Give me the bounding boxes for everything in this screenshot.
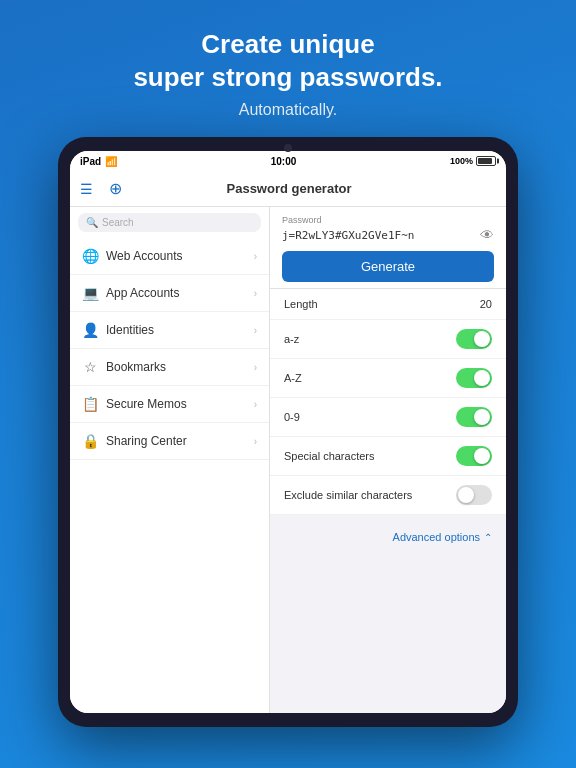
advanced-options-label[interactable]: Advanced options [393,531,480,543]
hero-subtitle: Automatically. [133,101,442,119]
hamburger-icon[interactable]: ☰ [80,181,93,197]
password-text: j=R2wLY3#GXu2GVe1F~n [282,229,414,242]
special-toggle[interactable] [456,446,492,466]
special-label: Special characters [284,450,375,462]
uppercase-toggle[interactable] [456,368,492,388]
web-accounts-icon: 🌐 [82,248,98,264]
exclude-similar-label: Exclude similar characters [284,489,412,501]
status-bar: iPad 📶 10:00 100% [70,151,506,171]
search-placeholder: Search [102,217,253,228]
hero-title: Create uniquesuper strong passwords. [133,28,442,93]
options-area: Length 20 a-z A-Z [270,289,506,713]
secure-memos-icon: 📋 [82,396,98,412]
option-exclude-similar: Exclude similar characters [270,476,506,515]
advanced-options-row[interactable]: Advanced options ⌃ [270,523,506,551]
search-bar[interactable]: 🔍 Search [78,213,261,232]
eye-icon[interactable]: 👁 [480,227,494,243]
nav-title: Password generator [122,181,456,196]
sidebar-item-secure-memos[interactable]: 📋 Secure Memos › [70,386,269,423]
sidebar-item-bookmarks[interactable]: ☆ Bookmarks › [70,349,269,386]
chevron-right-icon: › [254,288,257,299]
sidebar-item-label: App Accounts [106,286,246,300]
identities-icon: 👤 [82,322,98,338]
tablet-frame: iPad 📶 10:00 100% ☰ ⊕ Password generator [58,137,518,727]
digits-toggle[interactable] [456,407,492,427]
sidebar-item-label: Web Accounts [106,249,246,263]
status-right: 100% [450,156,496,166]
digits-label: 0-9 [284,411,300,423]
exclude-similar-toggle[interactable] [456,485,492,505]
main-content: 🔍 Search 🌐 Web Accounts › 💻 App Accounts… [70,207,506,713]
search-icon: 🔍 [86,217,98,228]
toggle-knob [458,487,474,503]
hero-section: Create uniquesuper strong passwords. Aut… [113,0,462,137]
generate-button[interactable]: Generate [282,251,494,282]
length-value: 20 [480,298,492,310]
sidebar-items: 🌐 Web Accounts › 💻 App Accounts › 👤 Iden… [70,238,269,713]
battery-percentage: 100% [450,156,473,166]
nav-left: ☰ ⊕ [80,179,122,198]
lowercase-label: a-z [284,333,299,345]
chevron-right-icon: › [254,251,257,262]
option-special: Special characters [270,437,506,476]
option-uppercase: A-Z [270,359,506,398]
sidebar-item-identities[interactable]: 👤 Identities › [70,312,269,349]
battery-icon [476,156,496,166]
sharing-center-icon: 🔒 [82,433,98,449]
lowercase-toggle[interactable] [456,329,492,349]
add-icon[interactable]: ⊕ [109,179,122,198]
section-gap [270,515,506,523]
toggle-knob [474,409,490,425]
option-digits: 0-9 [270,398,506,437]
tablet-camera [284,144,292,152]
password-field-value: j=R2wLY3#GXu2GVe1F~n 👁 [282,227,494,243]
sidebar-item-sharing-center[interactable]: 🔒 Sharing Center › [70,423,269,460]
toggle-knob [474,331,490,347]
sidebar-item-label: Identities [106,323,246,337]
sidebar-item-label: Sharing Center [106,434,246,448]
sidebar: 🔍 Search 🌐 Web Accounts › 💻 App Accounts… [70,207,270,713]
sidebar-item-label: Bookmarks [106,360,246,374]
sidebar-item-web-accounts[interactable]: 🌐 Web Accounts › [70,238,269,275]
toggle-knob [474,370,490,386]
chevron-right-icon: › [254,362,257,373]
chevron-right-icon: › [254,436,257,447]
tablet-screen: iPad 📶 10:00 100% ☰ ⊕ Password generator [70,151,506,713]
wifi-icon: 📶 [105,156,117,167]
sidebar-item-app-accounts[interactable]: 💻 App Accounts › [70,275,269,312]
app-accounts-icon: 💻 [82,285,98,301]
option-length: Length 20 [270,289,506,320]
chevron-right-icon: › [254,325,257,336]
nav-bar: ☰ ⊕ Password generator [70,171,506,207]
length-label: Length [284,298,318,310]
option-lowercase: a-z [270,320,506,359]
password-field-label: Password [282,215,494,225]
uppercase-label: A-Z [284,372,302,384]
toggle-knob [474,448,490,464]
chevron-up-icon: ⌃ [484,532,492,543]
sidebar-item-label: Secure Memos [106,397,246,411]
pw-gen-header: Password j=R2wLY3#GXu2GVe1F~n 👁 Generate [270,207,506,289]
status-left: iPad 📶 [80,156,117,167]
status-time: 10:00 [271,156,297,167]
chevron-right-icon: › [254,399,257,410]
device-label: iPad [80,156,101,167]
bookmarks-icon: ☆ [82,359,98,375]
password-generator-panel: Password j=R2wLY3#GXu2GVe1F~n 👁 Generate… [270,207,506,713]
